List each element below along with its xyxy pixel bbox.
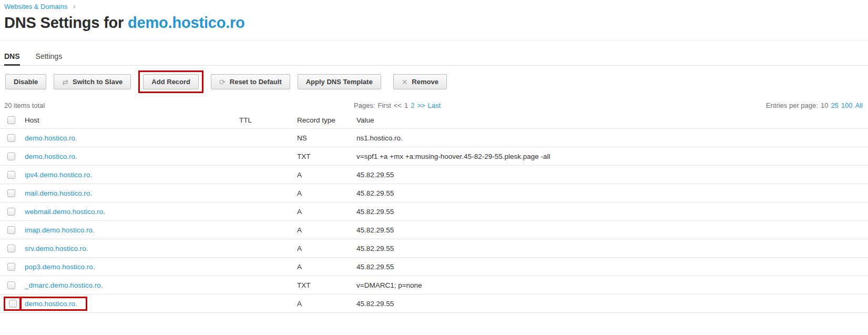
- host-link[interactable]: pop3.demo.hostico.ro.: [25, 263, 95, 271]
- row-checkbox-cell: [5, 226, 25, 234]
- toolbar: Disable⇄Switch to SlaveAdd Record⟳Reset …: [0, 70, 868, 94]
- record-type-cell: TXT: [297, 153, 356, 160]
- pagination: Pages:First<<12>>Last: [354, 101, 441, 109]
- host-cell: _dmarc.demo.hostico.ro.: [25, 281, 239, 289]
- row-checkbox[interactable]: [7, 189, 15, 197]
- table-row: ipv4.demo.hostico.ro. A 45.82.29.55: [0, 166, 868, 184]
- list-info: 20 items total Pages:First<<12>>Last Ent…: [0, 100, 868, 110]
- host-link[interactable]: _dmarc.demo.hostico.ro.: [25, 281, 103, 289]
- button-label: Remove: [412, 78, 438, 86]
- per-page-25[interactable]: 25: [831, 101, 838, 109]
- host-link[interactable]: demo.hostico.ro.: [25, 153, 77, 160]
- button-label: Add Record: [151, 78, 190, 86]
- host-cell: pop3.demo.hostico.ro.: [25, 263, 239, 271]
- value-cell: 45.82.29.55: [356, 300, 863, 308]
- row-checkbox-cell: [5, 281, 25, 289]
- table-row: demo.hostico.ro. TXT v=spf1 +a +mx +a:mu…: [0, 147, 868, 166]
- page-title: DNS Settings for demo.hostico.ro: [4, 14, 863, 32]
- host-link[interactable]: webmail.demo.hostico.ro.: [25, 208, 105, 216]
- value-cell: 45.82.29.55: [356, 263, 863, 271]
- page-title-domain: demo.hostico.ro: [128, 14, 245, 31]
- value-cell: 45.82.29.55: [356, 245, 863, 252]
- table-header-row: Host TTL Record type Value: [0, 111, 868, 129]
- host-link[interactable]: ipv4.demo.hostico.ro.: [25, 171, 92, 179]
- value-cell: ns1.hostico.ro.: [356, 134, 863, 142]
- prev-page: <<: [394, 101, 402, 109]
- table-body: demo.hostico.ro. NS ns1.hostico.ro. demo…: [0, 129, 868, 313]
- row-checkbox[interactable]: [7, 226, 15, 234]
- page-2[interactable]: 2: [411, 101, 414, 109]
- host-link[interactable]: imap.demo.hostico.ro.: [25, 226, 95, 234]
- value-cell: 45.82.29.55: [356, 171, 863, 179]
- entries-per-page-label: Entries per page:: [766, 101, 818, 109]
- page-header: Websites & Domains › DNS Settings for de…: [0, 0, 868, 41]
- value-cell: v=spf1 +a +mx +a:musing-hoover.45-82-29-…: [356, 153, 863, 160]
- select-all-checkbox[interactable]: [7, 116, 15, 124]
- host-cell: mail.demo.hostico.ro.: [25, 189, 239, 197]
- host-cell: srv.demo.hostico.ro.: [25, 245, 239, 252]
- host-cell: imap.demo.hostico.ro.: [25, 226, 239, 234]
- host-cell: ipv4.demo.hostico.ro.: [25, 171, 239, 179]
- host-link[interactable]: demo.hostico.ro.: [25, 300, 77, 308]
- tab-settings[interactable]: Settings: [36, 52, 63, 66]
- chevron-right-icon: ›: [73, 2, 76, 11]
- column-header-host[interactable]: Host: [25, 116, 239, 124]
- button-label: Disable: [14, 78, 38, 86]
- per-page-all[interactable]: All: [855, 101, 863, 109]
- table-row: demo.hostico.ro. NS ns1.hostico.ro.: [0, 129, 868, 147]
- table-row: mail.demo.hostico.ro. A 45.82.29.55: [0, 184, 868, 202]
- reset-to-default-button[interactable]: ⟳Reset to Default: [211, 74, 290, 89]
- table-row: demo.hostico.ro. A 45.82.29.55: [0, 295, 868, 313]
- switch-to-slave-button[interactable]: ⇄Switch to Slave: [54, 74, 131, 89]
- tab-dns[interactable]: DNS: [4, 52, 20, 66]
- host-cell: webmail.demo.hostico.ro.: [25, 208, 239, 216]
- host-link[interactable]: demo.hostico.ro.: [25, 134, 77, 142]
- row-checkbox-cell: [5, 171, 25, 179]
- disable-button[interactable]: Disable: [5, 74, 46, 89]
- switch-arrows-icon: ⇄: [62, 78, 68, 86]
- value-cell: 45.82.29.55: [356, 208, 863, 216]
- table-row: webmail.demo.hostico.ro. A 45.82.29.55: [0, 202, 868, 221]
- row-checkbox[interactable]: [7, 245, 15, 252]
- row-checkbox-cell: [5, 189, 25, 197]
- row-checkbox-cell: [5, 153, 25, 160]
- first-page: First: [377, 101, 391, 109]
- host-link[interactable]: mail.demo.hostico.ro.: [25, 189, 92, 197]
- table-row: _dmarc.demo.hostico.ro. TXT v=DMARC1; p=…: [0, 276, 868, 295]
- button-label: Apply DNS Template: [306, 78, 373, 86]
- entries-per-page: Entries per page:1025100All: [766, 101, 863, 109]
- breadcrumb-websites-domains[interactable]: Websites & Domains: [4, 3, 67, 11]
- row-checkbox[interactable]: [7, 263, 15, 271]
- column-header-ttl[interactable]: TTL: [239, 116, 297, 124]
- per-page-100[interactable]: 100: [841, 101, 853, 109]
- row-checkbox[interactable]: [9, 300, 17, 308]
- table-row: imap.demo.hostico.ro. A 45.82.29.55: [0, 221, 868, 239]
- per-page-10: 10: [821, 101, 828, 109]
- row-checkbox[interactable]: [7, 281, 15, 289]
- column-header-value[interactable]: Value: [356, 116, 863, 124]
- record-type-cell: A: [297, 245, 356, 252]
- host-link[interactable]: srv.demo.hostico.ro.: [25, 245, 88, 252]
- record-type-cell: NS: [297, 134, 356, 142]
- apply-dns-template-button[interactable]: Apply DNS Template: [298, 74, 381, 89]
- value-cell: 45.82.29.55: [356, 226, 863, 234]
- record-type-cell: A: [297, 171, 356, 179]
- record-type-cell: A: [297, 226, 356, 234]
- row-checkbox[interactable]: [7, 171, 15, 179]
- reset-refresh-icon: ⟳: [219, 78, 226, 86]
- button-label: Switch to Slave: [73, 78, 122, 86]
- last-page[interactable]: Last: [428, 101, 441, 109]
- row-checkbox[interactable]: [7, 208, 15, 216]
- page-1: 1: [404, 101, 408, 109]
- remove-button[interactable]: ✕Remove: [393, 74, 447, 89]
- record-type-cell: A: [297, 300, 356, 308]
- row-checkbox[interactable]: [7, 153, 15, 160]
- row-checkbox-cell: [5, 245, 25, 252]
- column-header-record-type[interactable]: Record type: [297, 116, 356, 124]
- add-record-button[interactable]: Add Record: [143, 74, 199, 89]
- row-checkbox-cell: [4, 297, 22, 311]
- dns-settings-page: Websites & Domains › DNS Settings for de…: [0, 0, 868, 313]
- next-page[interactable]: >>: [417, 101, 425, 109]
- row-checkbox[interactable]: [7, 134, 15, 142]
- host-cell: demo.hostico.ro.: [25, 134, 239, 142]
